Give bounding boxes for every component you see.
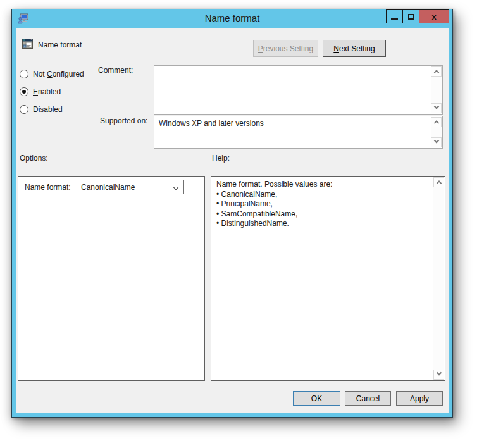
help-line: • PrincipalName, — [216, 199, 431, 209]
radio-label-rest: onfigured — [53, 70, 84, 78]
dialog-client-area: Name format Previous Setting Next Settin… — [16, 28, 449, 413]
minimize-icon — [391, 18, 398, 20]
radio-accel: E — [33, 87, 38, 96]
scroll-up-button[interactable] — [431, 66, 442, 77]
help-line: • SamCompatibleName, — [216, 209, 431, 220]
close-button[interactable]: x — [419, 9, 449, 23]
policy-setting-icon — [22, 39, 33, 49]
radio-label-rest: isabled — [39, 105, 63, 114]
help-line: • CanonicalName, — [216, 190, 431, 200]
cancel-label: Cancel — [356, 394, 380, 403]
radio-label: Not — [33, 70, 47, 78]
apply-button[interactable]: Apply — [396, 391, 443, 406]
close-icon: x — [431, 12, 436, 22]
dropdown-selected-value: CanonicalName — [77, 183, 135, 192]
scroll-down-button[interactable] — [433, 370, 444, 380]
scrollbar-track[interactable] — [431, 127, 442, 137]
radio-label-rest: nabled — [38, 87, 61, 96]
chevron-down-icon — [173, 185, 178, 190]
ok-label: OK — [311, 394, 322, 403]
apply-label-rest: pply — [415, 394, 429, 403]
cancel-button[interactable]: Cancel — [345, 391, 391, 406]
scrollbar-track[interactable] — [433, 187, 444, 370]
comment-textarea[interactable] — [154, 65, 443, 115]
options-section-label: Options: — [20, 154, 48, 163]
comment-scrollbar[interactable] — [431, 66, 442, 113]
radio-disabled[interactable]: Disabled — [20, 104, 63, 115]
supported-scrollbar[interactable] — [431, 117, 442, 147]
chevron-down-icon — [433, 138, 438, 143]
supported-on-value: Windows XP and later versions — [159, 119, 428, 128]
title-bar[interactable]: Name format x — [12, 9, 452, 28]
minimize-button[interactable] — [386, 9, 403, 23]
ok-button[interactable]: OK — [293, 391, 340, 406]
chevron-down-icon — [433, 104, 438, 109]
radio-circle-icon[interactable] — [20, 105, 28, 114]
maximize-icon — [408, 14, 414, 20]
supported-on-textarea[interactable]: Windows XP and later versions — [154, 116, 443, 149]
help-panel: Name format. Possible values are: • Cano… — [211, 176, 445, 381]
chevron-up-icon — [436, 180, 441, 185]
scroll-down-button[interactable] — [431, 137, 442, 147]
scroll-down-button[interactable] — [431, 103, 442, 113]
setting-title: Name format — [38, 40, 82, 49]
radio-accel: C — [47, 70, 53, 78]
caption-buttons: x — [387, 9, 449, 23]
name-format-label: Name format: — [25, 183, 71, 192]
apply-accel: A — [410, 394, 415, 403]
scrollbar-track[interactable] — [431, 77, 442, 103]
next-setting-accel: N — [333, 44, 339, 53]
chevron-up-icon — [433, 70, 438, 75]
radio-accel: D — [33, 105, 39, 114]
radio-circle-selected-icon[interactable] — [20, 87, 28, 96]
next-setting-label-rest: ext Setting — [339, 44, 375, 53]
policy-setting-dialog: Name format x Name format — [11, 9, 453, 418]
help-section-label: Help: — [212, 154, 230, 163]
help-text: Name format. Possible values are: • Cano… — [216, 180, 431, 229]
name-format-dropdown[interactable]: CanonicalName — [77, 180, 184, 194]
maximize-button[interactable] — [402, 9, 419, 23]
next-setting-button[interactable]: Next Setting — [323, 40, 386, 57]
help-line: • DistinguishedName. — [216, 219, 431, 229]
scroll-up-button[interactable] — [433, 177, 444, 187]
options-panel: Name format: CanonicalName — [18, 176, 205, 381]
chevron-up-icon — [433, 120, 438, 125]
radio-circle-icon[interactable] — [20, 70, 28, 78]
help-scrollbar[interactable] — [433, 177, 444, 380]
chevron-down-icon — [436, 370, 441, 375]
comment-label: Comment: — [98, 66, 133, 75]
scroll-up-button[interactable] — [431, 117, 442, 127]
radio-enabled[interactable]: Enabled — [20, 87, 61, 97]
supported-on-label: Supported on: — [100, 116, 147, 125]
previous-setting-label-rest: revious Setting — [263, 44, 313, 53]
previous-setting-button[interactable]: Previous Setting — [253, 40, 318, 57]
radio-not-configured[interactable]: Not Configured — [20, 69, 84, 79]
help-line: Name format. Possible values are: — [216, 180, 431, 190]
previous-setting-accel: P — [258, 44, 263, 53]
